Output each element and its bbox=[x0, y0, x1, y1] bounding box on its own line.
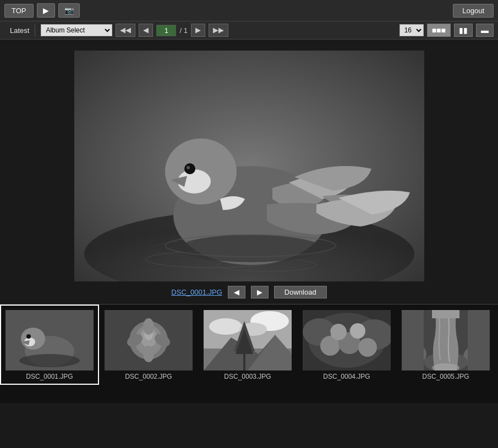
image-filename[interactable]: DSC_0001.JPG bbox=[171, 288, 222, 296]
slideshow-button[interactable]: ▶ bbox=[37, 3, 55, 18]
first-page-button[interactable]: ◀◀ bbox=[116, 24, 135, 37]
thumbnail-strip: DSC_0001.JPG DSC_0002.JPG bbox=[0, 304, 498, 403]
svg-point-16 bbox=[26, 334, 31, 339]
thumb-svg-5 bbox=[402, 310, 490, 370]
image-controls: DSC_0001.JPG ◀ ▶ Download bbox=[171, 286, 326, 298]
thumbnail-image-1 bbox=[6, 310, 94, 370]
thumbnail-item-3[interactable]: DSC_0003.JPG bbox=[198, 305, 297, 385]
main-image bbox=[74, 51, 424, 281]
latest-label: Latest bbox=[4, 25, 35, 36]
svg-point-45 bbox=[350, 323, 365, 339]
per-page-select[interactable]: 16 32 64 bbox=[400, 24, 424, 36]
top-bar: TOP ▶ 📷 Logout bbox=[0, 0, 498, 21]
next-page-button[interactable]: ▶ bbox=[191, 24, 205, 37]
thumbnail-item-4[interactable]: DSC_0004.JPG bbox=[297, 305, 396, 385]
thumbnail-label-5: DSC_0005.JPG bbox=[422, 373, 469, 380]
view-grid-button[interactable]: ■■■ bbox=[427, 24, 451, 37]
main-image-wrapper bbox=[74, 51, 424, 281]
download-button[interactable]: Download bbox=[274, 286, 327, 298]
thumbnail-image-2 bbox=[105, 310, 193, 370]
thumbnail-image-5 bbox=[402, 310, 490, 370]
view-2col-button[interactable]: ▮▮ bbox=[454, 24, 473, 37]
thumbnail-item-5[interactable]: DSC_0005.JPG bbox=[396, 305, 495, 385]
thumb-svg-3 bbox=[204, 310, 292, 370]
nav-bar: Latest Album Select ◀◀ ◀ 1 / 1 ▶ ▶▶ 16 3… bbox=[0, 21, 498, 40]
prev-page-button[interactable]: ◀ bbox=[139, 24, 153, 37]
thumbnail-image-4 bbox=[303, 310, 391, 370]
logout-button[interactable]: Logout bbox=[453, 4, 494, 18]
svg-rect-53 bbox=[402, 310, 424, 370]
thumbnail-label-4: DSC_0004.JPG bbox=[323, 373, 370, 380]
last-page-button[interactable]: ▶▶ bbox=[209, 24, 228, 37]
svg-rect-55 bbox=[432, 310, 459, 318]
svg-rect-54 bbox=[468, 310, 490, 370]
thumbnail-label-3: DSC_0003.JPG bbox=[224, 373, 271, 380]
svg-point-29 bbox=[209, 318, 242, 335]
svg-point-7 bbox=[184, 163, 195, 174]
thumb-svg-2 bbox=[105, 310, 193, 370]
view-list-button[interactable]: ▬ bbox=[476, 24, 494, 37]
page-input[interactable]: 1 bbox=[156, 25, 176, 36]
page-separator: / 1 bbox=[179, 26, 187, 35]
svg-point-25 bbox=[143, 318, 154, 335]
svg-point-8 bbox=[187, 166, 190, 169]
svg-point-26 bbox=[143, 346, 154, 362]
svg-point-44 bbox=[330, 324, 347, 340]
image-next-button[interactable]: ▶ bbox=[251, 286, 269, 298]
svg-point-43 bbox=[358, 338, 377, 357]
thumb-svg-4 bbox=[303, 310, 391, 370]
thumbnail-item-1[interactable]: DSC_0001.JPG bbox=[0, 305, 99, 385]
top-button[interactable]: TOP bbox=[4, 4, 34, 18]
thumb-svg-1 bbox=[6, 310, 94, 370]
camera-button[interactable]: 📷 bbox=[58, 3, 80, 18]
thumbnail-image-3 bbox=[204, 310, 292, 370]
album-select[interactable]: Album Select bbox=[41, 24, 112, 36]
svg-point-17 bbox=[19, 354, 80, 367]
thumbnail-label-2: DSC_0002.JPG bbox=[125, 373, 172, 380]
main-area: DSC_0001.JPG ◀ ▶ Download bbox=[0, 40, 498, 304]
image-prev-button[interactable]: ◀ bbox=[228, 286, 245, 298]
thumbnail-item-2[interactable]: DSC_0002.JPG bbox=[99, 305, 198, 385]
thumbnail-label-1: DSC_0001.JPG bbox=[26, 373, 73, 380]
